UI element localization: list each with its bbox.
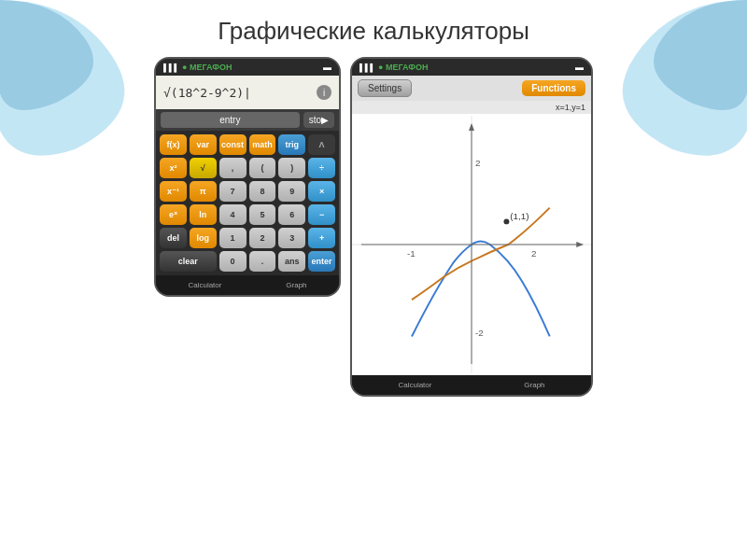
svg-text:-1: -1 (407, 248, 416, 259)
calc-status-bar: ▌▌▌ ● МЕГАФОН ▬ (156, 59, 339, 76)
9-button[interactable]: 9 (278, 181, 305, 202)
2-button[interactable]: 2 (249, 228, 276, 248)
sub-button[interactable]: − (308, 204, 335, 225)
graph-tab-graph[interactable]: Graph (520, 379, 548, 391)
graph-coords: x=1,y=1 (352, 101, 591, 114)
log-button[interactable]: log (190, 228, 217, 248)
trig-button[interactable]: trig (278, 134, 305, 155)
xinv-button[interactable]: x⁻¹ (160, 181, 187, 202)
var-button[interactable]: var (190, 134, 217, 155)
lambda-button[interactable]: Λ (308, 134, 335, 155)
del-button[interactable]: del (160, 228, 187, 248)
calc-display: √(18^2-9^2)| i (156, 76, 339, 109)
svg-text:2: 2 (475, 158, 480, 168)
signal-icon: ▌▌▌ (163, 63, 179, 72)
add-button[interactable]: + (308, 228, 335, 248)
svg-point-11 (503, 218, 509, 224)
graph-mockup: ▌▌▌ ● МЕГАФОН ▬ Settings Functions x=1,y… (350, 57, 593, 397)
6-button[interactable]: 6 (278, 204, 305, 225)
ln-button[interactable]: ln (190, 204, 217, 225)
mul-button[interactable]: × (308, 181, 335, 202)
lparen-button[interactable]: ( (249, 158, 276, 178)
pi-button[interactable]: π (190, 181, 217, 202)
settings-button[interactable]: Settings (358, 79, 412, 97)
entry-button[interactable]: entry (161, 112, 300, 128)
functions-button[interactable]: Functions (522, 80, 585, 96)
4-button[interactable]: 4 (219, 204, 247, 225)
ex-button[interactable]: eˣ (160, 204, 187, 225)
comma-button[interactable]: , (219, 158, 247, 178)
8-button[interactable]: 8 (249, 181, 276, 202)
sqrt-button[interactable]: √ (190, 158, 217, 178)
graph-tab-calculator[interactable]: Calculator (394, 379, 435, 391)
div-button[interactable]: ÷ (308, 158, 335, 178)
5-button[interactable]: 5 (249, 204, 276, 225)
0-button[interactable]: 0 (219, 251, 247, 272)
ans-button[interactable]: ans (278, 251, 305, 272)
calc-expression: √(18^2-9^2)| (163, 86, 251, 100)
3-button[interactable]: 3 (278, 228, 305, 248)
calc-entry-row: entry sto▶ (156, 109, 339, 131)
calc-status-left: ▌▌▌ ● МЕГАФОН (163, 63, 232, 72)
sto-button[interactable]: sto▶ (303, 112, 334, 128)
graph-signal-icon: ▌▌▌ (359, 63, 375, 72)
svg-text:2: 2 (531, 248, 536, 259)
calc-bottom-bar: Calculator Graph (156, 275, 339, 295)
megafon-logo: ● МЕГАФОН (182, 63, 232, 72)
graph-megafon-logo: ● МЕГАФОН (378, 63, 428, 72)
7-button[interactable]: 7 (219, 181, 247, 202)
graph-area: 2 -2 -1 2 (1,1) (352, 114, 591, 375)
math-button[interactable]: math (249, 134, 276, 155)
const-button[interactable]: const (219, 134, 247, 155)
calc-tab-graph[interactable]: Graph (282, 279, 310, 291)
graph-svg: 2 -2 -1 2 (1,1) (352, 114, 591, 375)
calc-tab-calculator[interactable]: Calculator (184, 279, 225, 291)
fx-button[interactable]: f(x) (160, 134, 187, 155)
calc-buttons: f(x) var const math trig Λ x² √ , ( ) ÷ … (156, 131, 339, 275)
graph-battery-icon: ▬ (575, 63, 584, 72)
graph-status-bar: ▌▌▌ ● МЕГАФОН ▬ (352, 59, 591, 76)
calculator-mockup: ▌▌▌ ● МЕГАФОН ▬ √(18^2-9^2)| i entry sto… (154, 57, 341, 297)
clear-button[interactable]: clear (160, 251, 217, 272)
svg-text:(1,1): (1,1) (510, 211, 529, 221)
graph-status-left: ▌▌▌ ● МЕГАФОН (359, 63, 428, 72)
graph-bottom-bar: Calculator Graph (352, 375, 591, 395)
1-button[interactable]: 1 (219, 228, 247, 248)
page-title: Графические калькуляторы (0, 0, 747, 57)
main-content: ▌▌▌ ● МЕГАФОН ▬ √(18^2-9^2)| i entry sto… (0, 57, 747, 397)
dot-button[interactable]: . (249, 251, 276, 272)
graph-toolbar: Settings Functions (352, 76, 591, 101)
svg-text:-2: -2 (475, 328, 484, 338)
enter-button[interactable]: enter (308, 251, 335, 272)
calc-status-right: ▬ (323, 63, 331, 72)
info-button[interactable]: i (317, 85, 331, 100)
rparen-button[interactable]: ) (278, 158, 305, 178)
x2-button[interactable]: x² (160, 158, 187, 178)
